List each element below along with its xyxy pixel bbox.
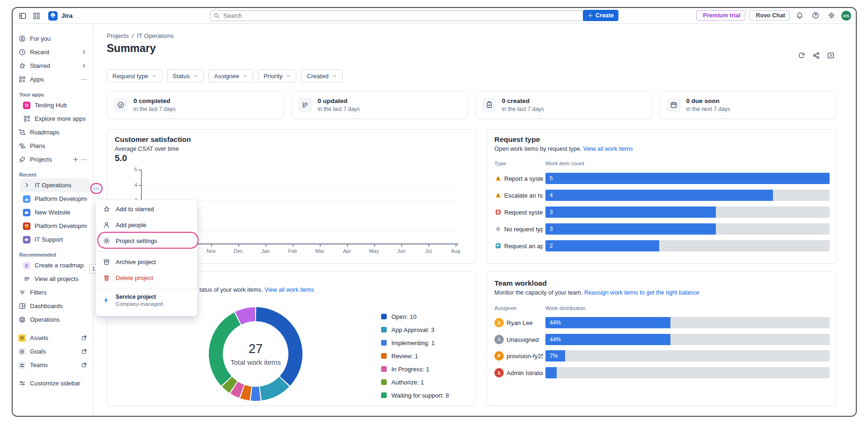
sidebar-item-it-support[interactable]: IT Support bbox=[20, 233, 90, 246]
app-switcher-icon[interactable] bbox=[30, 10, 43, 22]
sidebar-item-projects[interactable]: Projects⋯ bbox=[15, 153, 90, 166]
breadcrumb-projects[interactable]: Projects bbox=[107, 32, 129, 39]
rovo-chat-button[interactable]: Rovo Chat bbox=[749, 10, 790, 21]
view-all-work-items-link[interactable]: View all work items bbox=[583, 146, 633, 152]
sidebar-item-create-a-roadmap[interactable]: Create a roadmap bbox=[20, 258, 90, 272]
sidebar-item-customize-sidebar[interactable]: Customize sidebar bbox=[15, 376, 90, 390]
sidebar-item-label: IT Operations bbox=[35, 182, 72, 189]
bar-track[interactable]: 5 bbox=[545, 173, 830, 184]
team-workload-title: Team workload bbox=[494, 279, 547, 288]
refresh-icon[interactable] bbox=[798, 52, 806, 60]
sidebar-item-new-website[interactable]: New Website bbox=[20, 206, 90, 219]
bar-fill: 3 bbox=[545, 223, 716, 235]
legend-item-0: Open: 10 bbox=[381, 310, 449, 323]
sidebar-item-label: IT Support bbox=[35, 236, 63, 243]
ellipsis-icon[interactable]: ⋯ bbox=[81, 76, 87, 83]
sidebar-item-testing-hub[interactable]: Testing Hub bbox=[20, 98, 90, 112]
donut-slice-open[interactable] bbox=[256, 307, 302, 386]
search-input[interactable] bbox=[222, 12, 582, 20]
menu-item-add-to-starred[interactable]: Add to starred bbox=[96, 201, 198, 217]
status-overview-desc: tatus of your work items. View all work … bbox=[199, 287, 314, 293]
menu-item-add-people[interactable]: Add people bbox=[96, 217, 198, 233]
menu-item-archive-project[interactable]: Archive project bbox=[96, 254, 198, 270]
bar-track[interactable]: 3 bbox=[545, 207, 830, 218]
ellipsis-icon[interactable]: ⋯ bbox=[81, 156, 87, 163]
bar-track[interactable]: 44% bbox=[545, 334, 830, 345]
sidebar-item-platform-development[interactable]: Platform Development bbox=[20, 219, 90, 233]
sidebar-item-explore-more-apps[interactable]: Explore more apps bbox=[20, 112, 90, 125]
filter-label: Created bbox=[307, 73, 328, 80]
filter-priority[interactable]: Priority bbox=[258, 69, 296, 82]
bar-track[interactable] bbox=[545, 367, 830, 378]
search-icon bbox=[213, 13, 220, 19]
menu-item-delete-project[interactable]: Delete project bbox=[96, 270, 198, 286]
bar-track[interactable]: 3 bbox=[545, 223, 830, 235]
sidebar-item-starred[interactable]: Starred bbox=[15, 59, 90, 73]
hub-avatar-icon bbox=[23, 102, 30, 109]
breadcrumb-it-operations[interactable]: IT Operations bbox=[137, 32, 174, 39]
csat-x-tick bbox=[265, 244, 266, 247]
sidebar-item-assets[interactable]: Assets bbox=[15, 331, 90, 345]
feedback-icon[interactable] bbox=[827, 52, 835, 60]
app-window-frame: Jira Create Premium trial Rovo Chat OS F bbox=[12, 7, 857, 417]
sidebar-item-for-you[interactable]: For you bbox=[15, 32, 90, 45]
global-search[interactable] bbox=[210, 10, 586, 21]
bar-track[interactable]: 44% bbox=[545, 317, 830, 328]
share-icon[interactable] bbox=[812, 52, 821, 60]
external-link-icon[interactable] bbox=[81, 362, 87, 368]
csat-x-tick bbox=[428, 244, 429, 247]
sidebar-item-roadmaps[interactable]: Roadmaps bbox=[15, 125, 90, 139]
it-operations-more-button[interactable]: ⋯ bbox=[90, 183, 103, 194]
bar-value-label: 44% bbox=[545, 319, 561, 326]
create-button[interactable]: Create bbox=[583, 10, 618, 21]
sidebar-item-teams[interactable]: Teams bbox=[15, 358, 90, 372]
project-context-menu: Add to starredAdd peopleProject settings… bbox=[96, 200, 198, 316]
sidebar-item-goals[interactable]: Goals bbox=[15, 345, 90, 358]
filter-status[interactable]: Status bbox=[167, 69, 204, 82]
user-avatar[interactable]: OS bbox=[841, 11, 851, 21]
filter-request-type[interactable]: Request type bbox=[107, 69, 162, 82]
settings-gear-icon[interactable] bbox=[825, 9, 838, 22]
bar-fill: 5 bbox=[545, 173, 830, 184]
bar-track[interactable]: 4 bbox=[545, 190, 830, 201]
donut-slice-waiting-for-support[interactable] bbox=[209, 312, 241, 386]
row-label-text: Report a system issue bbox=[504, 175, 543, 182]
filter-created[interactable]: Created bbox=[301, 69, 342, 82]
plus-icon[interactable] bbox=[73, 156, 79, 162]
menu-item-project-settings[interactable]: Project settings bbox=[96, 233, 198, 249]
menu-item-service-project[interactable]: Service projectCompany-managed bbox=[96, 291, 198, 310]
bar-track[interactable]: 7% bbox=[545, 350, 830, 362]
chevron-down-icon bbox=[152, 74, 157, 79]
filter-assignee[interactable]: Assignee bbox=[208, 69, 253, 82]
chevron-right-icon[interactable] bbox=[81, 63, 87, 69]
sidebar-item-dashboards[interactable]: Dashboards bbox=[15, 299, 90, 313]
sidebar-item-it-operations[interactable]: IT Operations bbox=[20, 178, 90, 192]
sidebar-item-platform-development[interactable]: Platform Development bbox=[20, 192, 90, 206]
bar-value-label: 5 bbox=[545, 175, 553, 182]
jira-logo-icon[interactable] bbox=[48, 11, 58, 21]
csat-x-tick bbox=[456, 244, 456, 247]
bar-track[interactable]: 2 bbox=[545, 240, 830, 251]
help-icon[interactable] bbox=[809, 9, 822, 22]
goal-avatar-icon bbox=[18, 348, 26, 355]
external-link-icon[interactable] bbox=[81, 348, 87, 354]
sidebar-item-trailing: ⋯ bbox=[73, 156, 87, 163]
notifications-bell-icon[interactable] bbox=[794, 9, 806, 22]
external-link-icon[interactable] bbox=[81, 335, 87, 341]
reassign-work-items-link[interactable]: Reassign work items to get the right bal… bbox=[584, 289, 699, 296]
chevron-right-icon[interactable] bbox=[81, 49, 87, 55]
view-all-work-items-link-2[interactable]: View all work items bbox=[265, 287, 314, 293]
collapse-sidebar-icon[interactable] bbox=[16, 10, 29, 22]
sidebar-item-plans[interactable]: Plans bbox=[15, 139, 90, 153]
premium-trial-button[interactable]: Premium trial bbox=[696, 10, 745, 21]
sidebar-item-operations[interactable]: Operations bbox=[15, 313, 90, 326]
bar-value-label: 3 bbox=[545, 209, 553, 215]
csat-month-label: Jul bbox=[420, 248, 436, 254]
sidebar-item-view-all-projects[interactable]: View all projects bbox=[20, 272, 90, 286]
jira-logo-text[interactable]: Jira bbox=[61, 12, 73, 19]
donut-slice-implementing[interactable] bbox=[251, 387, 261, 401]
sidebar-item-filters[interactable]: Filters bbox=[15, 286, 90, 299]
sliders-icon bbox=[18, 380, 26, 387]
sidebar-item-apps[interactable]: Apps⋯ bbox=[15, 73, 90, 86]
sidebar-item-recent[interactable]: Recent bbox=[15, 45, 90, 59]
